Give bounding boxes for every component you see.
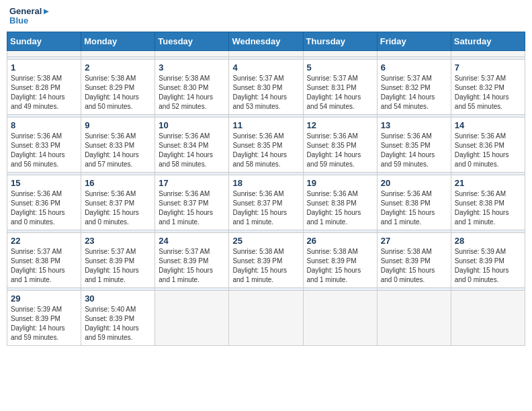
sunset-label: Sunset: 8:30 PM — [232, 84, 282, 91]
calendar-cell: 20 Sunrise: 5:36 AM Sunset: 8:38 PM Dayl… — [377, 175, 451, 230]
day-number: 21 — [455, 178, 521, 188]
daylight-label: Daylight: 14 hours and 59 minutes. — [85, 324, 139, 341]
day-number: 24 — [159, 236, 225, 246]
day-number: 16 — [85, 178, 151, 188]
logo-text: General► Blue — [9, 7, 50, 26]
sunset-label: Sunset: 8:39 PM — [85, 257, 134, 265]
sunrise-label: Sunrise: 5:36 AM — [11, 132, 62, 140]
calendar-cell: 22 Sunrise: 5:37 AM Sunset: 8:38 PM Dayl… — [7, 232, 81, 287]
daylight-label: Daylight: 14 hours and 53 minutes. — [232, 93, 287, 110]
sunrise-label: Sunrise: 5:36 AM — [85, 190, 136, 197]
sunset-label: Sunset: 8:38 PM — [11, 257, 60, 265]
sunset-label: Sunset: 8:29 PM — [85, 84, 134, 91]
day-info: Sunrise: 5:37 AM Sunset: 8:31 PM Dayligh… — [307, 74, 373, 111]
daylight-label: Daylight: 14 hours and 59 minutes. — [11, 324, 65, 341]
sunset-label: Sunset: 8:39 PM — [455, 257, 504, 265]
day-number: 19 — [307, 178, 373, 188]
sunrise-label: Sunrise: 5:36 AM — [232, 132, 283, 140]
day-info: Sunrise: 5:36 AM Sunset: 8:36 PM Dayligh… — [11, 189, 77, 227]
day-info: Sunrise: 5:36 AM Sunset: 8:33 PM Dayligh… — [85, 132, 151, 169]
day-info: Sunrise: 5:36 AM Sunset: 8:38 PM Dayligh… — [307, 189, 373, 227]
day-number: 25 — [232, 236, 299, 246]
sunrise-label: Sunrise: 5:38 AM — [232, 248, 283, 255]
calendar-cell: 17 Sunrise: 5:36 AM Sunset: 8:37 PM Dayl… — [155, 175, 229, 230]
calendar-cell — [303, 290, 377, 345]
sunset-label: Sunset: 8:35 PM — [381, 142, 431, 149]
sunrise-label: Sunrise: 5:36 AM — [85, 132, 136, 140]
day-info: Sunrise: 5:36 AM Sunset: 8:35 PM Dayligh… — [307, 132, 373, 169]
calendar-cell — [229, 50, 303, 56]
calendar-cell — [451, 50, 525, 56]
sunrise-label: Sunrise: 5:38 AM — [85, 75, 136, 82]
daylight-label: Daylight: 15 hours and 1 minute. — [307, 267, 361, 283]
sunset-label: Sunset: 8:28 PM — [11, 84, 60, 91]
calendar-cell — [451, 290, 525, 345]
calendar-cell: 13 Sunrise: 5:36 AM Sunset: 8:35 PM Dayl… — [377, 117, 451, 172]
daylight-label: Daylight: 14 hours and 58 minutes. — [159, 151, 213, 168]
sunrise-label: Sunrise: 5:38 AM — [159, 75, 210, 82]
sunrise-label: Sunrise: 5:37 AM — [159, 248, 210, 255]
sunrise-label: Sunrise: 5:37 AM — [307, 75, 358, 82]
day-info: Sunrise: 5:37 AM Sunset: 8:32 PM Dayligh… — [381, 74, 447, 111]
day-info: Sunrise: 5:38 AM Sunset: 8:30 PM Dayligh… — [159, 74, 225, 111]
day-number: 29 — [11, 293, 77, 304]
sunset-label: Sunset: 8:39 PM — [381, 257, 431, 265]
daylight-label: Daylight: 15 hours and 1 minute. — [455, 209, 509, 226]
calendar-cell: 23 Sunrise: 5:37 AM Sunset: 8:39 PM Dayl… — [81, 232, 155, 287]
daylight-label: Daylight: 15 hours and 0 minutes. — [381, 267, 435, 283]
daylight-label: Daylight: 15 hours and 1 minute. — [159, 267, 213, 283]
day-info: Sunrise: 5:37 AM Sunset: 8:39 PM Dayligh… — [159, 247, 225, 285]
calendar-cell — [7, 50, 81, 56]
day-info: Sunrise: 5:36 AM Sunset: 8:37 PM Dayligh… — [85, 189, 151, 227]
calendar-cell: 25 Sunrise: 5:38 AM Sunset: 8:39 PM Dayl… — [229, 232, 303, 287]
daylight-label: Daylight: 15 hours and 0 minutes. — [455, 267, 509, 283]
calendar-week-4: 15 Sunrise: 5:36 AM Sunset: 8:36 PM Dayl… — [7, 175, 525, 230]
daylight-label: Daylight: 15 hours and 1 minute. — [11, 267, 65, 283]
sunrise-label: Sunrise: 5:38 AM — [307, 248, 358, 255]
calendar-cell: 24 Sunrise: 5:37 AM Sunset: 8:39 PM Dayl… — [155, 232, 229, 287]
calendar-cell: 10 Sunrise: 5:36 AM Sunset: 8:34 PM Dayl… — [155, 117, 229, 172]
calendar-cell — [377, 50, 451, 56]
day-info: Sunrise: 5:40 AM Sunset: 8:39 PM Dayligh… — [85, 305, 151, 342]
day-info: Sunrise: 5:36 AM Sunset: 8:35 PM Dayligh… — [381, 132, 447, 169]
sunset-label: Sunset: 8:37 PM — [232, 199, 282, 207]
logo: General► Blue — [9, 7, 50, 26]
daylight-label: Daylight: 14 hours and 55 minutes. — [455, 93, 509, 110]
calendar-cell: 7 Sunrise: 5:37 AM Sunset: 8:32 PM Dayli… — [451, 59, 525, 114]
calendar-cell: 15 Sunrise: 5:36 AM Sunset: 8:36 PM Dayl… — [7, 175, 81, 230]
sunset-label: Sunset: 8:37 PM — [85, 199, 134, 207]
day-number: 10 — [159, 120, 225, 130]
day-number: 27 — [381, 236, 447, 246]
day-number: 6 — [381, 62, 447, 73]
daylight-label: Daylight: 15 hours and 1 minute. — [85, 267, 139, 283]
day-info: Sunrise: 5:36 AM Sunset: 8:37 PM Dayligh… — [232, 189, 299, 227]
sunrise-label: Sunrise: 5:37 AM — [85, 248, 136, 255]
calendar-cell: 6 Sunrise: 5:37 AM Sunset: 8:32 PM Dayli… — [377, 59, 451, 114]
daylight-label: Daylight: 15 hours and 1 minute. — [381, 209, 435, 226]
calendar-cell: 2 Sunrise: 5:38 AM Sunset: 8:29 PM Dayli… — [81, 59, 155, 114]
calendar-cell: 26 Sunrise: 5:38 AM Sunset: 8:39 PM Dayl… — [303, 232, 377, 287]
calendar-cell — [377, 290, 451, 345]
day-info: Sunrise: 5:36 AM Sunset: 8:37 PM Dayligh… — [159, 189, 225, 227]
day-info: Sunrise: 5:36 AM Sunset: 8:33 PM Dayligh… — [11, 132, 77, 169]
sunrise-label: Sunrise: 5:37 AM — [381, 75, 432, 82]
daylight-label: Daylight: 15 hours and 1 minute. — [307, 209, 361, 226]
sunset-label: Sunset: 8:36 PM — [11, 199, 60, 207]
calendar-week-5: 22 Sunrise: 5:37 AM Sunset: 8:38 PM Dayl… — [7, 232, 525, 287]
weekday-header-friday: Friday — [377, 32, 451, 50]
sunrise-label: Sunrise: 5:36 AM — [159, 190, 210, 197]
day-info: Sunrise: 5:36 AM Sunset: 8:34 PM Dayligh… — [159, 132, 225, 169]
day-info: Sunrise: 5:36 AM Sunset: 8:36 PM Dayligh… — [455, 132, 521, 169]
sunset-label: Sunset: 8:33 PM — [85, 142, 134, 149]
day-number: 14 — [455, 120, 521, 130]
sunrise-label: Sunrise: 5:36 AM — [307, 190, 358, 197]
sunset-label: Sunset: 8:35 PM — [232, 142, 282, 149]
sunrise-label: Sunrise: 5:37 AM — [455, 75, 506, 82]
day-number: 26 — [307, 236, 373, 246]
calendar-cell — [229, 290, 303, 345]
day-info: Sunrise: 5:37 AM Sunset: 8:32 PM Dayligh… — [455, 74, 521, 111]
day-info: Sunrise: 5:39 AM Sunset: 8:39 PM Dayligh… — [11, 305, 77, 342]
daylight-label: Daylight: 14 hours and 59 minutes. — [381, 151, 435, 168]
calendar-cell: 19 Sunrise: 5:36 AM Sunset: 8:38 PM Dayl… — [303, 175, 377, 230]
sunset-label: Sunset: 8:38 PM — [455, 199, 504, 207]
